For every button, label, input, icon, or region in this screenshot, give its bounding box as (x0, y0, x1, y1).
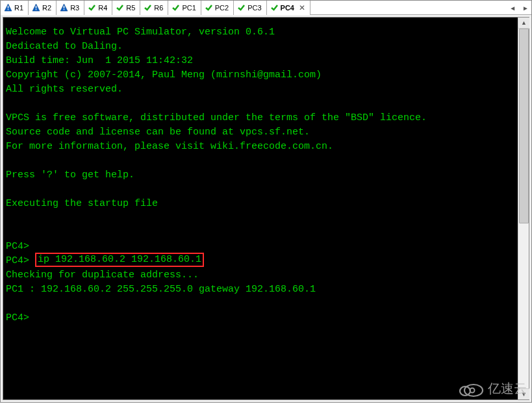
tab-label: R6 (154, 4, 163, 12)
tab-r1[interactable]: R1 (1, 1, 29, 15)
terminal[interactable]: Welcome to Virtual PC Simulator, version… (3, 18, 518, 399)
scroll-up-button[interactable]: ▲ (518, 18, 529, 29)
svg-rect-8 (64, 9, 64, 10)
terminal-output: Welcome to Virtual PC Simulator, version… (6, 27, 427, 252)
tab-label: R2 (42, 4, 51, 12)
check-icon (144, 3, 152, 12)
check-icon (116, 3, 124, 12)
tab-label: R5 (126, 4, 135, 12)
tab-r4[interactable]: R4 (84, 1, 112, 15)
tab-label: PC1 (182, 4, 196, 12)
warning-icon (32, 3, 40, 12)
tab-r3[interactable]: R3 (57, 1, 84, 15)
tab-label: R3 (70, 4, 79, 12)
tab-next-button[interactable]: ► (521, 3, 530, 13)
tab-label: PC2 (215, 4, 229, 12)
svg-rect-5 (36, 9, 36, 10)
check-icon (205, 3, 213, 12)
scroll-down-button[interactable]: ▼ (518, 388, 529, 399)
check-icon (88, 3, 96, 12)
warning-icon (4, 3, 12, 12)
tab-prev-button[interactable]: ◄ (508, 3, 517, 13)
tab-pc3[interactable]: PC3 (234, 1, 266, 15)
tab-label: R4 (98, 4, 107, 12)
tab-label: PC3 (247, 4, 261, 12)
check-icon (171, 3, 180, 12)
tab-pc4[interactable]: PC4 ✕ (267, 1, 310, 15)
check-icon (237, 3, 246, 12)
tab-pc2[interactable]: PC2 (201, 1, 234, 15)
svg-rect-1 (8, 6, 8, 8)
terminal-container: Welcome to Virtual PC Simulator, version… (3, 17, 529, 400)
tab-pc1[interactable]: PC1 (168, 1, 201, 15)
tab-bar: R1 R2 R3 R4 R5 (1, 1, 531, 15)
terminal-prompt: PC4> (6, 255, 35, 266)
tab-label: R1 (14, 4, 23, 12)
svg-rect-7 (64, 6, 64, 8)
scrollbar[interactable]: ▲ ▼ (518, 18, 529, 399)
check-icon (270, 3, 279, 12)
tab-nav: ◄ ► (508, 1, 530, 15)
close-icon[interactable]: ✕ (299, 3, 305, 12)
app-window: R1 R2 R3 R4 R5 (0, 0, 532, 403)
svg-rect-4 (36, 6, 36, 8)
warning-icon (60, 3, 68, 12)
tab-r5[interactable]: R5 (112, 1, 140, 15)
tab-label: PC4 (281, 4, 294, 12)
tab-r6[interactable]: R6 (140, 1, 168, 15)
svg-rect-2 (8, 9, 8, 10)
terminal-output: Checking for duplicate address... PC1 : … (6, 270, 316, 323)
highlighted-command: ip 192.168.60.2 192.168.60.1 (35, 253, 204, 267)
tab-r2[interactable]: R2 (29, 1, 57, 15)
scroll-thumb[interactable] (519, 29, 529, 223)
